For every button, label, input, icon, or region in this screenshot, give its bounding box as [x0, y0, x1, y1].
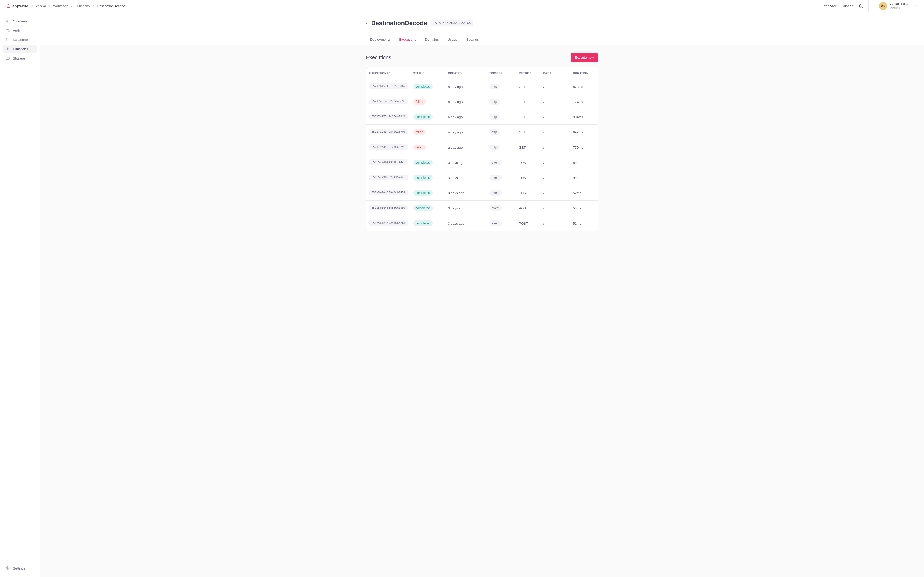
back-arrow-icon[interactable]: ‹ [366, 21, 368, 26]
table-header: EXECUTION IDSTATUSCREATEDTRIGGERMETHODPA… [366, 68, 598, 79]
created-cell: a day ago [448, 131, 489, 134]
status-badge: completed [413, 160, 433, 165]
chevron-down-icon [915, 4, 918, 8]
table-row[interactable]: 652179bd53017d6e5ff3faileda day agohttpG… [366, 140, 598, 155]
created-cell: a day ago [448, 115, 489, 119]
status-badge: completed [413, 114, 433, 120]
method-cell: POST [519, 191, 543, 195]
database-icon [6, 38, 10, 42]
sidebar-item-label: Storage [13, 56, 25, 60]
execution-id[interactable]: 65217adfa5e2c9da9e9d [370, 99, 408, 104]
created-cell: 3 days ago [448, 161, 489, 164]
breadcrumb-item-zenika[interactable]: Zenika [36, 4, 46, 8]
header: appwrite /Zenika/Workshop/Functions/Dest… [0, 0, 924, 12]
search-icon[interactable] [858, 4, 863, 8]
path-cell: / [543, 206, 573, 210]
sidebar: OverviewAuthDatabasesFunctionsStorage Se… [0, 12, 40, 577]
user-name: Audart Lucas [890, 2, 910, 6]
execution-id[interactable]: 65217a2834c840e2f70b [370, 129, 408, 134]
function-id-badge[interactable]: 65151b3a5966c98ce14a [431, 20, 473, 26]
tab-deployments[interactable]: Deployments [370, 34, 391, 45]
sidebar-item-settings[interactable]: Settings [3, 564, 37, 572]
trigger-badge: http [489, 114, 500, 120]
tab-domains[interactable]: Domains [424, 34, 439, 45]
tab-usage[interactable]: Usage [447, 34, 458, 45]
sidebar-item-label: Auth [13, 29, 20, 32]
execution-id[interactable]: 651e5e2db44301bf44c3 [370, 160, 408, 165]
method-cell: POST [519, 161, 543, 164]
breadcrumb-item-destinationdecode[interactable]: DestinationDecode [97, 4, 125, 8]
column-header-trigger: TRIGGER [489, 72, 519, 75]
sidebar-item-label: Overview [13, 19, 27, 23]
table-row[interactable]: 651e5e1e4534560c1a90completed3 days agoe… [366, 201, 598, 216]
execution-id[interactable]: 651e5e1e3a9cd406eeb8 [370, 220, 408, 226]
execution-id[interactable]: 651e5e29809274152ded [370, 175, 408, 180]
table-row[interactable]: 65217a2834c840e2f70bfaileda day agohttpG… [366, 125, 598, 140]
method-cell: GET [519, 100, 543, 104]
method-cell: GET [519, 131, 543, 134]
status-badge: completed [413, 84, 433, 89]
table-row[interactable]: 651e5e29809274152dedcompleted3 days agoe… [366, 170, 598, 185]
status-badge: failed [413, 145, 426, 150]
user-org: Zenika [890, 6, 910, 10]
appwrite-logo-icon [6, 4, 11, 8]
table-row[interactable]: 651e5e1e3a9cd406eeb8completed3 days agoe… [366, 216, 598, 231]
duration-cell: 8ms [573, 161, 598, 164]
duration-cell: 53ms [573, 206, 598, 210]
execution-id[interactable]: 65217b15f1ef595f8d62 [370, 84, 408, 89]
sidebar-item-storage[interactable]: Storage [3, 54, 37, 62]
column-header-created: CREATED [448, 72, 489, 75]
trigger-badge: http [489, 99, 500, 105]
support-link[interactable]: Support [842, 4, 854, 8]
path-cell: / [543, 191, 573, 195]
main-content: ‹ DestinationDecode 65151b3a5966c98ce14a… [40, 12, 924, 577]
method-cell: POST [519, 206, 543, 210]
duration-cell: 873ms [573, 85, 598, 89]
sidebar-item-overview[interactable]: Overview [3, 17, 37, 25]
table-row[interactable]: 651e5e1e4659a3c91459completed3 days agoe… [366, 185, 598, 201]
sidebar-item-databases[interactable]: Databases [3, 35, 37, 44]
path-cell: / [543, 145, 573, 150]
status-badge: completed [413, 205, 433, 211]
path-cell: / [543, 221, 573, 226]
users-icon [6, 28, 10, 32]
execution-id[interactable]: 651e5e1e4534560c1a90 [370, 205, 408, 210]
feedback-link[interactable]: Feedback [822, 4, 837, 8]
user-menu[interactable]: AL Audart Lucas Zenika [874, 2, 918, 10]
method-cell: GET [519, 145, 543, 150]
breadcrumb-item-functions[interactable]: Functions [75, 4, 90, 8]
tab-executions[interactable]: Executions [399, 34, 417, 45]
page-title: DestinationDecode [371, 19, 427, 27]
layout: OverviewAuthDatabasesFunctionsStorage Se… [0, 12, 924, 577]
status-badge: failed [413, 99, 426, 105]
trigger-badge: event [489, 175, 502, 181]
table-row[interactable]: 65217a973d2c16da18f6completeda day agoht… [366, 110, 598, 125]
table-row[interactable]: 65217b15f1ef595f8d62completeda day agoht… [366, 79, 598, 94]
method-cell: GET [519, 115, 543, 119]
execution-id[interactable]: 652179bd53017d6e5ff3 [370, 144, 408, 150]
breadcrumb-item-workshop[interactable]: Workshop [53, 4, 68, 8]
sidebar-item-functions[interactable]: Functions [3, 45, 37, 53]
executions-table: EXECUTION IDSTATUSCREATEDTRIGGERMETHODPA… [366, 67, 598, 231]
execute-now-button[interactable]: Execute now [570, 53, 598, 62]
tab-settings[interactable]: Settings [466, 34, 480, 45]
created-cell: 3 days ago [448, 191, 489, 195]
table-row[interactable]: 651e5e2db44301bf44c3completed3 days agoe… [366, 155, 598, 170]
logo-text: appwrite [12, 4, 28, 8]
method-cell: GET [519, 85, 543, 89]
execution-id[interactable]: 65217a973d2c16da18f6 [370, 114, 408, 119]
column-header-path: PATH [543, 72, 573, 75]
duration-cell: 9ms [573, 176, 598, 180]
status-badge: completed [413, 221, 433, 226]
lightning-icon [6, 47, 10, 51]
sidebar-item-auth[interactable]: Auth [3, 26, 37, 34]
trigger-badge: http [489, 84, 500, 89]
breadcrumb-separator: / [93, 4, 94, 8]
execution-id[interactable]: 651e5e1e4659a3c91459 [370, 190, 408, 195]
trigger-badge: http [489, 129, 500, 135]
avatar: AL [879, 2, 887, 10]
created-cell: a day ago [448, 145, 489, 150]
sidebar-item-label: Databases [13, 38, 30, 42]
logo[interactable]: appwrite [6, 4, 28, 8]
table-row[interactable]: 65217adfa5e2c9da9e9dfaileda day agohttpG… [366, 94, 598, 110]
